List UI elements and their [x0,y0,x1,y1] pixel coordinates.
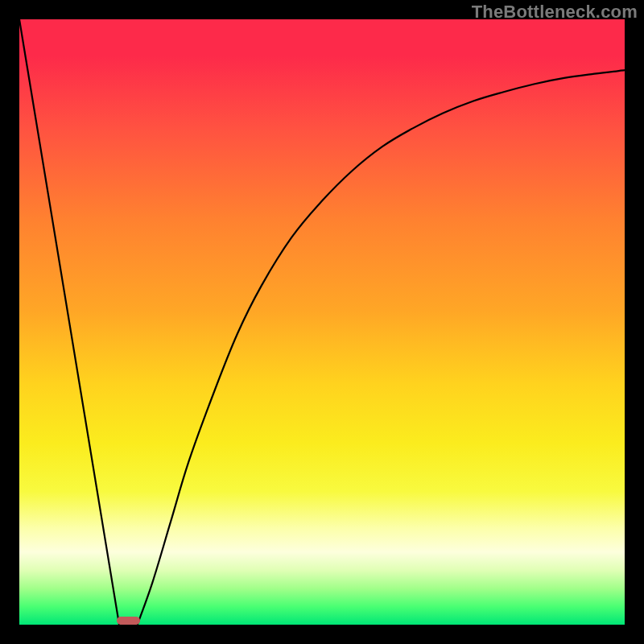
chart-frame: TheBottleneck.com [0,0,644,644]
right-curve-path [138,70,625,625]
min-point-marker [117,617,140,625]
watermark-text: TheBottleneck.com [472,2,638,23]
plot-area [19,19,625,625]
chart-lines [19,19,625,625]
left-line-path [19,19,119,625]
